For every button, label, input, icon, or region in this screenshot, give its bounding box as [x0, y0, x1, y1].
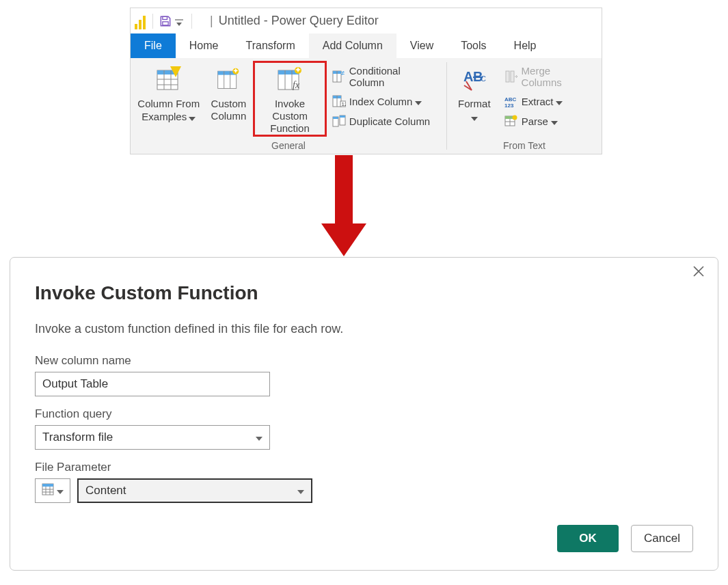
parameter-type-picker[interactable]	[35, 478, 70, 503]
dropdown-caret-icon	[256, 431, 262, 444]
ok-button[interactable]: OK	[557, 525, 619, 552]
dropdown-caret-icon	[551, 115, 558, 127]
tab-help[interactable]: Help	[500, 33, 550, 58]
svg-rect-1	[163, 21, 168, 25]
merge-columns-icon	[503, 70, 520, 83]
svg-text:12: 12	[341, 101, 346, 107]
dropdown-caret-icon	[415, 96, 422, 107]
index-column-icon: 12	[331, 94, 347, 108]
invoke-custom-function-dialog: Invoke Custom Function Invoke a custom f…	[10, 257, 718, 571]
ribbon-group-general: Column From Examples	[131, 58, 446, 154]
tab-tools[interactable]: Tools	[447, 33, 500, 58]
duplicate-column-icon	[331, 114, 347, 128]
invoke-custom-function-icon: fx	[276, 65, 304, 92]
save-icon[interactable]	[159, 14, 172, 28]
merge-columns-button: Merge Columns	[503, 65, 593, 88]
quick-access-toolbar: |Untitled - Power Query Editor	[131, 8, 602, 33]
svg-text:ABC: ABC	[504, 96, 517, 103]
dropdown-caret-icon	[57, 485, 64, 497]
conditional-column-button[interactable]: ≠ Conditional Column	[331, 65, 438, 88]
window-title: |Untitled - Power Query Editor	[207, 14, 379, 28]
extract-icon: ABC123	[503, 94, 520, 108]
svg-rect-30	[333, 117, 338, 119]
ribbon-group-from-text: A B C Format Merge Columns	[447, 58, 602, 154]
file-parameter-select[interactable]: Content	[77, 478, 312, 503]
svg-text:≠: ≠	[341, 70, 345, 77]
parse-icon	[503, 114, 520, 128]
power-query-editor-window: |Untitled - Power Query Editor File Home…	[130, 8, 602, 154]
svg-text:A: A	[463, 69, 473, 84]
qat-dropdown-icon[interactable]	[175, 14, 186, 28]
column-from-examples-button[interactable]: Column From Examples	[133, 61, 204, 124]
svg-rect-36	[506, 71, 509, 82]
dropdown-caret-icon	[556, 96, 563, 107]
ribbon-tab-strip: File Home Transform Add Column View Tool…	[131, 33, 602, 58]
dialog-description: Invoke a custom function defined in this…	[35, 322, 693, 336]
function-query-select[interactable]: Transform file	[35, 425, 270, 450]
tab-view[interactable]: View	[396, 33, 447, 58]
table-picker-icon	[42, 483, 54, 498]
tab-home[interactable]: Home	[176, 33, 232, 58]
column-from-examples-icon	[155, 65, 183, 92]
custom-column-icon	[216, 65, 241, 92]
extract-button[interactable]: ABC123 Extract	[503, 94, 593, 108]
dropdown-caret-icon	[471, 111, 478, 124]
index-column-button[interactable]: 12 Index Column	[331, 94, 438, 108]
close-button[interactable]	[692, 264, 705, 281]
new-column-name-label: New column name	[35, 354, 693, 368]
tab-add-column[interactable]: Add Column	[309, 33, 396, 58]
svg-rect-0	[163, 16, 167, 19]
file-parameter-label: File Parameter	[35, 461, 693, 474]
invoke-custom-function-button[interactable]: fx Invoke CustomFunction	[253, 61, 327, 137]
dropdown-caret-icon	[297, 484, 304, 498]
function-query-label: Function query	[35, 407, 693, 421]
conditional-column-icon: ≠	[331, 70, 347, 83]
svg-rect-46	[42, 484, 53, 487]
svg-text:123: 123	[504, 103, 514, 108]
dialog-title: Invoke Custom Function	[35, 282, 693, 304]
format-icon: A B C	[462, 65, 487, 92]
svg-point-44	[512, 115, 517, 120]
format-button[interactable]: A B C Format	[450, 61, 499, 124]
new-column-name-input[interactable]: Output Table	[35, 372, 270, 396]
svg-rect-32	[340, 115, 345, 118]
annotation-arrow	[321, 155, 366, 258]
ribbon-body: Column From Examples	[131, 58, 602, 154]
svg-text:C: C	[481, 74, 486, 83]
dropdown-caret-icon	[189, 111, 196, 124]
tab-transform[interactable]: Transform	[232, 33, 308, 58]
power-bi-logo-icon	[135, 13, 147, 29]
svg-text:fx: fx	[293, 80, 300, 90]
custom-column-button[interactable]: CustomColumn	[204, 61, 254, 122]
tab-file[interactable]: File	[131, 33, 176, 58]
parse-button[interactable]: Parse	[503, 114, 593, 128]
duplicate-column-button[interactable]: Duplicate Column	[331, 114, 438, 128]
svg-rect-37	[511, 71, 514, 82]
cancel-button[interactable]: Cancel	[631, 525, 693, 552]
